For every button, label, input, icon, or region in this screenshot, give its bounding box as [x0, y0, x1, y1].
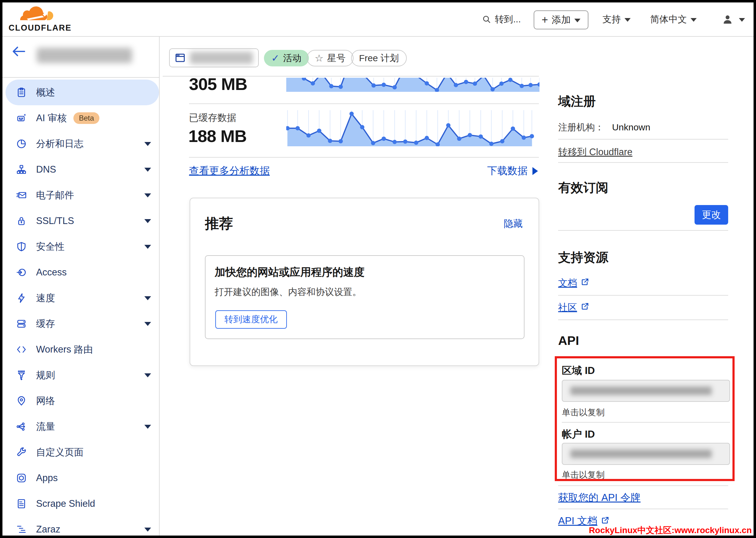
chevron-down-icon [144, 193, 151, 197]
sidebar-item-自定义页面[interactable]: 自定义页面 [2, 440, 159, 465]
goto-search-label: 转到... [495, 13, 521, 26]
cloudflare-logo[interactable]: CLOUDFLARE [9, 4, 76, 34]
sidebar-item-label: 网络 [36, 395, 55, 407]
sidebar-item-dns[interactable]: DNS [2, 157, 159, 183]
sidebar-item-缓存[interactable]: 缓存 [2, 311, 159, 337]
change-plan-button[interactable]: 更改 [694, 205, 728, 225]
lock-icon [16, 215, 27, 227]
right-divider [558, 319, 728, 320]
language-menu[interactable]: 简体中文 [650, 2, 697, 36]
cloudflare-dashboard: CLOUDFLARE 转到... + 添加 支持 简体中文 [2, 2, 754, 536]
hide-recommendations-link[interactable]: 隐藏 [504, 217, 523, 230]
sidebar-item-电子邮件[interactable]: 电子邮件 [2, 183, 159, 208]
sidebar-item-规则[interactable]: 规则 [2, 362, 159, 388]
sidebar-item-分析和日志[interactable]: 分析和日志 [2, 131, 159, 157]
chevron-down-icon [144, 245, 151, 249]
zone-name-blurred [190, 52, 253, 64]
add-button-label: 添加 [552, 14, 571, 26]
sidebar-item-流量[interactable]: 流量 [2, 414, 159, 440]
chevron-down-icon [144, 296, 151, 300]
domain-registration-title: 域注册 [558, 93, 596, 110]
recommendation-item-title: 加快您的网站或应用程序的速度 [215, 265, 364, 279]
community-link[interactable]: 社区 [558, 301, 589, 314]
sidebar-item-ssl/tls[interactable]: SSL/TLS [2, 208, 159, 234]
sidebar-item-zaraz[interactable]: Zaraz [2, 516, 159, 536]
zone-domain-badge[interactable] [169, 48, 259, 67]
docs-link[interactable]: 文档 [558, 277, 589, 290]
transfer-to-cloudflare-link[interactable]: 转移到 Cloudflare [558, 146, 633, 159]
active-subscriptions-title: 有效订阅 [558, 179, 608, 196]
brand-wordmark: CLOUDFLARE [9, 23, 71, 33]
shield-icon [16, 241, 27, 252]
click-to-copy-hint: 单击以复制 [562, 407, 605, 418]
chevron-down-icon [144, 168, 151, 172]
sidebar-item-速度[interactable]: 速度 [2, 285, 159, 311]
sidebar-item-apps[interactable]: Apps [2, 465, 159, 491]
api-section-title: API [558, 334, 579, 348]
analytics-divider-2 [189, 157, 539, 158]
pie-icon [16, 138, 27, 149]
sidebar-item-scrape-shield[interactable]: Scrape Shield [2, 491, 159, 516]
sidebar-item-label: 自定义页面 [36, 446, 83, 459]
cached-data-value: 188 MB [188, 126, 247, 146]
mail-icon [16, 190, 27, 201]
zone-id-label: 区域 ID [562, 364, 595, 378]
sidebar-item-access[interactable]: Access [2, 259, 159, 285]
chevron-down-icon [144, 373, 151, 377]
chevron-down-icon [144, 219, 151, 223]
download-data-label: 下载数据 [487, 164, 528, 178]
account-id-value[interactable] [562, 443, 730, 465]
chevron-down-icon [144, 322, 151, 326]
right-divider [558, 295, 728, 296]
back-button[interactable] [12, 45, 26, 59]
funnel-icon [16, 370, 27, 381]
speed-recommendation-item: 加快您的网站或应用程序的速度 打开建议的图像、内容和协议设置。 转到速度优化 [205, 255, 525, 339]
sidebar-item-label: 安全性 [36, 240, 65, 253]
check-icon: ✓ [271, 52, 279, 64]
sidebar-item-label: 速度 [36, 292, 55, 304]
right-divider [558, 139, 728, 139]
sidebar-item-label: Scrape Shield [36, 498, 95, 509]
docs-link-label: 文档 [558, 277, 577, 290]
download-data-link[interactable]: 下载数据 [487, 164, 538, 178]
sidebar-item-label: Zaraz [36, 524, 60, 535]
browser-window-icon [175, 52, 186, 63]
wrench-icon [16, 447, 27, 458]
account-menu[interactable] [722, 2, 745, 36]
bolt-icon [16, 293, 27, 303]
registrar-row: 注册机构： Unknown [558, 121, 650, 134]
sidebar-item-label: 分析和日志 [36, 137, 83, 150]
go-to-speed-button[interactable]: 转到速度优化 [215, 310, 287, 329]
cached-data-label: 已缓存数据 [189, 111, 236, 124]
sidebar-item-label: Apps [36, 472, 58, 484]
sidebar-item-安全性[interactable]: 安全性 [2, 234, 159, 259]
chevron-down-icon [144, 528, 151, 532]
chevron-down-icon [144, 425, 151, 429]
status-label: 活动 [283, 52, 302, 65]
external-link-icon [581, 278, 589, 289]
chevron-down-icon [144, 142, 151, 146]
robot-icon [16, 113, 27, 124]
served-data-value: 305 MB [189, 74, 247, 94]
account-id-label: 帐户 ID [562, 428, 595, 441]
zone-id-blurred [570, 387, 712, 395]
sidebar-item-label: 流量 [36, 420, 55, 433]
add-site-button[interactable]: + 添加 [534, 10, 589, 29]
sidebar-item-label: 规则 [36, 369, 55, 382]
zaraz-icon [16, 524, 27, 535]
chevron-down-icon [690, 18, 697, 22]
sidebar-item-label: Workers 路由 [36, 343, 93, 356]
sidebar-item-label: DNS [36, 164, 56, 175]
get-api-token-link[interactable]: 获取您的 API 令牌 [558, 491, 641, 505]
sidebar-item-概述[interactable]: 概述 [6, 80, 159, 105]
sidebar-item-ai-审核[interactable]: AI 审核Beta [2, 105, 159, 131]
star-button[interactable]: ☆ 星号 [307, 50, 354, 66]
support-menu[interactable]: 支持 [602, 2, 631, 36]
recommendations-title: 推荐 [205, 214, 233, 233]
sidebar: 概述AI 审核Beta分析和日志DNS电子邮件SSL/TLS安全性Access速… [2, 37, 160, 536]
zone-id-value[interactable] [562, 380, 730, 402]
view-more-analytics-link[interactable]: 查看更多分析数据 [189, 164, 270, 178]
sidebar-item-workers-路由[interactable]: Workers 路由 [2, 337, 159, 362]
sidebar-item-网络[interactable]: 网络 [2, 388, 159, 414]
goto-search[interactable]: 转到... [482, 2, 521, 36]
